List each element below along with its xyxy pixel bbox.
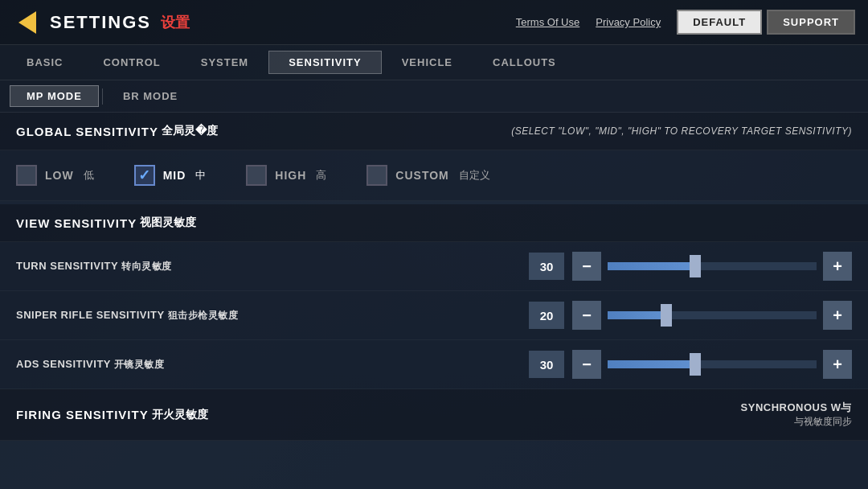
subtab-divider: [102, 88, 103, 105]
option-low-label-cn: 低: [84, 168, 94, 183]
global-sensitivity-title: GLOBAL SENSITIVITY: [16, 125, 158, 138]
turn-sensitivity-value: 30: [529, 253, 564, 280]
turn-sensitivity-label-cn: 转向灵敏度: [121, 261, 172, 272]
firing-sensitivity-title: FIRING SENSITIVITY: [16, 408, 149, 421]
sniper-sensitivity-track[interactable]: [608, 311, 817, 319]
global-sensitivity-note: (SELECT "LOW", "MID", "HIGH" TO RECOVERY…: [511, 125, 852, 137]
sniper-sensitivity-fill: [608, 311, 666, 319]
option-custom-label: CUSTOM: [395, 169, 448, 182]
tab-sensitivity[interactable]: SENSITIVITY: [268, 51, 381, 74]
settings-content: GLOBAL SENSITIVITY 全局灵�度 (SELECT "LOW", …: [0, 113, 868, 489]
sniper-sensitivity-row: SNIPER RIFLE SENSITIVITY 狙击步枪灵敏度 20 − +: [0, 291, 868, 340]
sniper-sensitivity-increase[interactable]: +: [823, 301, 852, 330]
sniper-sensitivity-thumb[interactable]: [661, 304, 672, 327]
settings-title: SETTINGS: [50, 12, 151, 33]
option-low-label: LOW: [45, 169, 74, 182]
ads-sensitivity-label: ADS SENSITIVITY 开镜灵敏度: [16, 358, 177, 372]
option-low[interactable]: LOW 低: [16, 165, 94, 186]
default-button[interactable]: DEFAULT: [677, 10, 762, 35]
turn-sensitivity-track[interactable]: [608, 262, 817, 270]
turn-sensitivity-thumb[interactable]: [690, 255, 701, 277]
firing-sync-title: SYNCHRONOUS W与: [741, 401, 852, 415]
header: SETTINGS 设置 Terms Of Use Privacy Policy …: [0, 0, 868, 45]
terms-of-use-link[interactable]: Terms Of Use: [516, 16, 579, 28]
turn-sensitivity-decrease[interactable]: −: [572, 252, 601, 281]
sniper-sensitivity-controls: − +: [572, 301, 852, 330]
turn-sensitivity-fill: [608, 262, 695, 270]
option-mid-label: MID: [163, 169, 186, 182]
view-sensitivity-title: VIEW SENSITIVITY: [16, 216, 137, 230]
tab-control[interactable]: CONTROL: [83, 51, 180, 74]
turn-sensitivity-label: TURN SENSITIVITY 转向灵敏度: [16, 260, 177, 273]
ads-sensitivity-thumb[interactable]: [690, 353, 701, 376]
sub-tabs: MP MODE BR MODE: [0, 80, 868, 113]
tab-vehicle[interactable]: VEHICLE: [382, 51, 473, 74]
ads-sensitivity-decrease[interactable]: −: [572, 350, 601, 379]
tab-callouts[interactable]: CALLOUTS: [473, 51, 576, 74]
tab-system[interactable]: SYSTEM: [181, 51, 268, 74]
subtab-br-mode[interactable]: BR MODE: [106, 85, 194, 107]
ads-sensitivity-track[interactable]: [608, 360, 817, 368]
subtab-mp-mode[interactable]: MP MODE: [10, 85, 99, 107]
option-custom-label-cn: 自定义: [459, 168, 490, 183]
ads-sensitivity-label-cn: 开镜灵敏度: [114, 359, 165, 370]
checkbox-high[interactable]: [246, 165, 267, 186]
ads-sensitivity-controls: − +: [572, 350, 852, 379]
ads-sensitivity-value: 30: [529, 351, 564, 378]
turn-sensitivity-increase[interactable]: +: [823, 252, 852, 281]
sniper-sensitivity-value: 20: [529, 302, 564, 329]
checkbox-custom[interactable]: [366, 165, 387, 186]
checkbox-low[interactable]: [16, 165, 37, 186]
sniper-sensitivity-decrease[interactable]: −: [572, 301, 601, 330]
back-button[interactable]: [13, 8, 42, 37]
checkbox-mid[interactable]: ✓: [134, 165, 155, 186]
view-sensitivity-title-cn: 视图灵敏度: [140, 216, 196, 230]
option-custom[interactable]: CUSTOM 自定义: [366, 165, 489, 186]
sniper-sensitivity-label: SNIPER RIFLE SENSITIVITY 狙击步枪灵敏度: [16, 309, 238, 323]
option-high-label-cn: 高: [316, 168, 326, 183]
header-links: Terms Of Use Privacy Policy: [516, 16, 661, 28]
sliders-container: TURN SENSITIVITY 转向灵敏度 30 − + SNIPER RIF…: [0, 242, 868, 389]
firing-sensitivity-row: FIRING SENSITIVITY 开火灵敏度 SYNCHRONOUS W与 …: [0, 389, 868, 441]
global-sensitivity-header: GLOBAL SENSITIVITY 全局灵�度 (SELECT "LOW", …: [0, 113, 868, 150]
option-high-label: HIGH: [275, 169, 306, 182]
turn-sensitivity-controls: − +: [572, 252, 852, 281]
ads-sensitivity-row: ADS SENSITIVITY 开镜灵敏度 30 − +: [0, 340, 868, 389]
tab-basic[interactable]: BASIC: [6, 51, 83, 74]
main-tabs: BASIC CONTROL SYSTEM SENSITIVITY VEHICLE…: [0, 45, 868, 80]
back-arrow-icon: [18, 11, 36, 34]
turn-sensitivity-row: TURN SENSITIVITY 转向灵敏度 30 − +: [0, 242, 868, 291]
option-mid-label-cn: 中: [195, 168, 206, 183]
firing-sync-note: SYNCHRONOUS W与 与视敏度同步: [741, 401, 852, 429]
view-sensitivity-header: VIEW SENSITIVITY 视图灵敏度: [0, 204, 868, 242]
settings-title-cn: 设置: [161, 13, 190, 32]
firing-sync-cn: 与视敏度同步: [741, 415, 852, 429]
firing-sensitivity-title-cn: 开火灵敏度: [152, 408, 208, 422]
privacy-policy-link[interactable]: Privacy Policy: [596, 16, 661, 28]
sniper-sensitivity-label-cn: 狙击步枪灵敏度: [168, 310, 239, 321]
ads-sensitivity-fill: [608, 360, 695, 368]
ads-sensitivity-increase[interactable]: +: [823, 350, 852, 379]
option-mid[interactable]: ✓ MID 中: [134, 165, 207, 186]
support-button[interactable]: SUPPORT: [767, 10, 855, 35]
option-high[interactable]: HIGH 高: [246, 165, 326, 186]
checkmark-icon: ✓: [138, 166, 150, 184]
global-sensitivity-title-cn: 全局灵�度: [162, 124, 218, 138]
sensitivity-options: LOW 低 ✓ MID 中 HIGH 高 CUST: [0, 150, 868, 201]
